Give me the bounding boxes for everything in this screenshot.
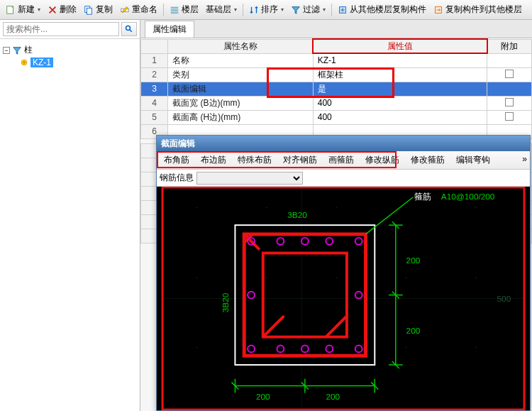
grid-head-extra: 附加 <box>487 39 532 53</box>
sort-button[interactable]: 排序▾ <box>246 2 287 17</box>
svg-point-40 <box>355 238 362 245</box>
property-grid: 属性名称 属性值 附加 1名称KZ-12类别框架柱3截面编辑是4截面宽 (B边)… <box>140 38 532 139</box>
svg-point-19 <box>336 277 337 278</box>
svg-point-14 <box>336 207 337 209</box>
funnel-icon <box>12 45 22 55</box>
delete-icon <box>48 5 57 15</box>
svg-point-20 <box>406 277 407 278</box>
floor-icon <box>170 5 179 15</box>
svg-point-24 <box>336 346 337 348</box>
dialog-menu-icon[interactable]: » <box>522 154 527 164</box>
svg-rect-5 <box>171 9 179 11</box>
grid-head-value: 属性值 <box>313 39 487 53</box>
copy-to-button[interactable]: 复制构件到其他楼层 <box>431 2 525 17</box>
expand-icon[interactable]: − <box>3 47 10 54</box>
search-button[interactable] <box>121 22 137 36</box>
tool-modify-stirrup[interactable]: 修改箍筋 <box>406 153 449 168</box>
tool-corner-rebar[interactable]: 布角筋 <box>160 153 194 168</box>
svg-point-23 <box>266 346 267 348</box>
copy-icon <box>84 5 94 15</box>
svg-point-45 <box>301 345 309 352</box>
svg-point-44 <box>277 345 284 352</box>
tab-bar: 属性编辑 <box>140 20 532 38</box>
scale-label: 500 <box>497 294 511 304</box>
table-row[interactable]: 1名称KZ-1 <box>141 53 532 67</box>
tree-child-row[interactable]: KZ-1 <box>3 57 137 68</box>
svg-rect-2 <box>87 8 92 14</box>
tree-root-label: 柱 <box>24 44 33 56</box>
svg-line-56 <box>366 197 414 234</box>
table-row[interactable]: 5截面高 (H边)(mm)400 <box>141 110 532 124</box>
svg-point-43 <box>248 345 255 352</box>
svg-point-26 <box>475 346 477 348</box>
search-input[interactable] <box>3 22 119 36</box>
svg-rect-6 <box>171 11 179 13</box>
tool-modify-longitudinal[interactable]: 修改纵筋 <box>361 153 404 168</box>
svg-point-9 <box>126 26 131 31</box>
svg-point-16 <box>475 207 477 209</box>
tree-child-label: KZ-1 <box>31 57 53 67</box>
tool-edit-hook[interactable]: 编辑弯钩 <box>452 153 494 168</box>
svg-point-17 <box>196 277 197 278</box>
tab-properties[interactable]: 属性编辑 <box>145 21 194 38</box>
table-row[interactable]: 2类别框架柱 <box>141 67 532 82</box>
grid-head-name: 属性名称 <box>168 39 314 53</box>
svg-point-46 <box>326 345 333 352</box>
rename-icon <box>120 5 130 15</box>
copy-to-icon <box>433 5 443 15</box>
dim-bl: 200 <box>256 392 270 402</box>
filter-button[interactable]: 过滤▾ <box>288 2 328 17</box>
label-top: 3B20 <box>287 210 307 220</box>
dim-br: 200 <box>406 326 421 336</box>
floor-label: 楼层 <box>167 2 201 17</box>
svg-point-21 <box>475 277 477 278</box>
new-icon <box>6 5 16 15</box>
sort-icon <box>249 5 259 15</box>
copy-from-icon <box>338 5 348 15</box>
search-icon <box>125 25 133 33</box>
table-row[interactable]: 4截面宽 (B边)(mm)400 <box>141 96 532 110</box>
rename-button[interactable]: 重命名 <box>117 2 160 17</box>
section-canvas[interactable]: 3B20 3B20 200 200 200 200 箍筋 A10@100/200… <box>157 187 530 410</box>
tool-special-rebar[interactable]: 特殊布筋 <box>233 153 276 168</box>
tool-draw-stirrup[interactable]: 画箍筋 <box>324 153 358 168</box>
node-icon <box>20 58 28 67</box>
svg-point-47 <box>355 345 362 352</box>
filter-icon <box>291 5 301 15</box>
dialog-title[interactable]: 截面编辑 <box>157 136 530 151</box>
table-row[interactable]: 3截面编辑是 <box>141 82 532 96</box>
tool-edge-rebar[interactable]: 布边筋 <box>196 153 231 168</box>
svg-point-42 <box>355 292 362 299</box>
rebar-info-row: 钢筋信息 <box>157 170 530 187</box>
stirrup-spec: A10@100/200 <box>441 192 495 202</box>
svg-line-34 <box>263 316 284 337</box>
svg-point-37 <box>277 238 284 245</box>
svg-point-12 <box>196 207 197 209</box>
dim-tr: 200 <box>406 256 421 265</box>
delete-button[interactable]: 删除 <box>45 2 79 17</box>
section-editor-dialog: 截面编辑 布角筋 布边筋 特殊布筋 对齐钢筋 画箍筋 修改纵筋 修改箍筋 编辑弯… <box>156 135 531 411</box>
svg-line-35 <box>326 316 347 337</box>
rebar-info-label: 钢筋信息 <box>160 172 194 184</box>
svg-point-15 <box>406 207 407 209</box>
copy-from-button[interactable]: 从其他楼层复制构件 <box>335 2 429 17</box>
tool-align-rebar[interactable]: 对齐钢筋 <box>279 153 321 168</box>
copy-button[interactable]: 复制 <box>81 2 116 17</box>
svg-point-41 <box>248 292 255 299</box>
dim-bm: 200 <box>326 392 340 402</box>
svg-point-18 <box>266 277 267 278</box>
main-toolbar: 新建▾ 删除 复制 重命名 楼层 基础层▾ 排序▾ 过滤▾ 从其他楼层复制构件 … <box>0 0 532 20</box>
svg-point-11 <box>23 62 26 64</box>
label-left: 3B20 <box>221 292 231 312</box>
stirrup-word: 箍筋 <box>414 192 431 202</box>
svg-point-25 <box>406 346 407 348</box>
tree-root-row[interactable]: − 柱 <box>3 43 137 57</box>
new-button[interactable]: 新建▾ <box>3 2 43 17</box>
svg-point-39 <box>326 238 333 245</box>
left-panel: − 柱 KZ-1 <box>0 20 140 411</box>
svg-rect-4 <box>171 6 179 9</box>
floor-select[interactable]: 基础层▾ <box>203 2 240 17</box>
component-tree: − 柱 KZ-1 <box>0 39 140 72</box>
rebar-info-select[interactable] <box>196 172 303 185</box>
svg-point-13 <box>266 207 267 209</box>
